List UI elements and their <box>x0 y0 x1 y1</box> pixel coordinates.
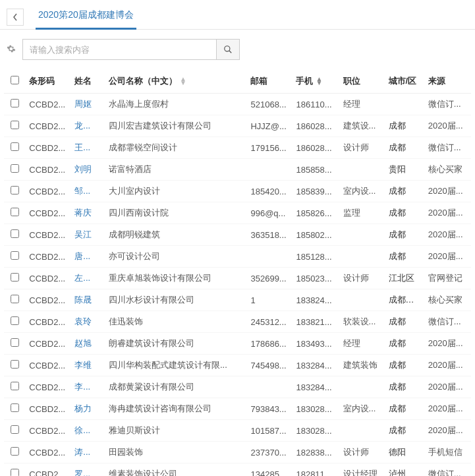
cell-source: 核心买家 <box>424 159 471 181</box>
cell-name-link[interactable]: 王... <box>70 137 105 159</box>
cell-name-link[interactable]: 李维 <box>70 355 105 376</box>
svg-point-0 <box>225 46 230 51</box>
row-checkbox[interactable] <box>11 186 19 194</box>
cell-name-link[interactable]: 赵旭 <box>70 333 105 355</box>
cell-name-link[interactable]: 徐... <box>70 420 105 442</box>
cell-source: 2020届... <box>424 224 471 246</box>
cell-position <box>339 159 385 181</box>
row-checkbox[interactable] <box>11 447 19 456</box>
cell-position: 室内设... <box>339 181 385 202</box>
cell-source: 微信订... <box>424 137 471 159</box>
table-row: CCBD2...赵旭朗睿建筑设计有限公司178686...183493...经理… <box>4 333 471 355</box>
cell-position: 监理 <box>339 202 385 224</box>
cell-name-link[interactable]: 刘明 <box>70 159 105 181</box>
row-checkbox[interactable] <box>11 469 19 476</box>
cell-source: 2020届... <box>424 376 471 398</box>
cell-mobile: 186028... <box>292 115 339 137</box>
cell-name-link[interactable]: 杨力 <box>70 398 105 420</box>
cell-position: 软装设... <box>339 311 385 333</box>
select-all-checkbox[interactable] <box>11 76 19 84</box>
cell-name-link[interactable]: 罗... <box>70 463 105 477</box>
row-checkbox[interactable] <box>11 99 19 107</box>
cell-barcode: CCBD2... <box>25 311 70 333</box>
cell-source: 2020届... <box>424 202 471 224</box>
cell-position: 经理 <box>339 94 385 115</box>
cell-city: 成都 <box>385 115 424 137</box>
col-company[interactable]: 公司名称（中文） ▲▼ <box>105 69 247 94</box>
cell-company: 田园装饰 <box>105 442 247 463</box>
cell-company: 雅迪贝斯设计 <box>105 420 247 442</box>
table-row: CCBD2...涛...田园装饰237370...182838...设计师德阳手… <box>4 442 471 463</box>
back-button[interactable] <box>7 9 24 26</box>
cell-barcode: CCBD2... <box>25 442 70 463</box>
row-checkbox[interactable] <box>11 273 19 282</box>
table-row: CCBD2...邹...大川室内设计185420...185839...室内设.… <box>4 181 471 202</box>
cell-email: 134285... <box>246 463 292 477</box>
row-checkbox[interactable] <box>11 251 19 260</box>
search-button[interactable] <box>216 39 240 60</box>
cell-name-link[interactable]: 唐... <box>70 246 105 268</box>
row-checkbox[interactable] <box>11 425 19 434</box>
cell-email: 352699... <box>246 268 292 289</box>
cell-name-link[interactable]: 李... <box>70 376 105 398</box>
cell-source: 2020届... <box>424 398 471 420</box>
row-checkbox[interactable] <box>11 360 19 369</box>
cell-name-link[interactable]: 袁玲 <box>70 311 105 333</box>
cell-city: 成都 <box>385 246 424 268</box>
cell-name-link[interactable]: 左... <box>70 268 105 289</box>
row-checkbox[interactable] <box>11 338 19 347</box>
table-row: CCBD2...龙...四川宏吉建筑设计有限公司HJJZ@...186028..… <box>4 115 471 137</box>
cell-barcode: CCBD2... <box>25 376 70 398</box>
row-checkbox[interactable] <box>11 164 19 173</box>
cell-source: 微信订... <box>424 311 471 333</box>
table-row: CCBD2...袁玲佳迅装饰245312...183821...软装设...成都… <box>4 311 471 333</box>
col-name[interactable]: 姓名 <box>70 69 105 94</box>
cell-company: 水晶海上度假村 <box>105 94 247 115</box>
col-email[interactable]: 邮箱 <box>246 69 292 94</box>
cell-source: 官网登记 <box>424 268 471 289</box>
cell-city: 贵阳 <box>385 159 424 181</box>
cell-mobile: 182811... <box>292 463 339 477</box>
tab-event[interactable]: 2020第20届成都建博会 <box>36 4 136 30</box>
row-checkbox[interactable] <box>11 208 19 216</box>
cell-name-link[interactable]: 周妪 <box>70 94 105 115</box>
col-position[interactable]: 职位 <box>339 69 385 94</box>
row-checkbox[interactable] <box>11 403 19 412</box>
cell-barcode: CCBD2... <box>25 246 70 268</box>
cell-position <box>339 420 385 442</box>
row-checkbox[interactable] <box>11 316 19 325</box>
cell-name-link[interactable]: 陈晟 <box>70 289 105 311</box>
col-barcode[interactable]: 条形码 <box>25 69 70 94</box>
cell-name-link[interactable]: 龙... <box>70 115 105 137</box>
cell-city: 成都 <box>385 420 424 442</box>
col-source[interactable]: 来源 <box>424 69 471 94</box>
table-row: CCBD2...陈晟四川水杉设计有限公司1183824...成都郫县核心买家 <box>4 289 471 311</box>
col-city[interactable]: 城市/区 <box>385 69 424 94</box>
cell-mobile: 185839... <box>292 181 339 202</box>
cell-name-link[interactable]: 蒋庆 <box>70 202 105 224</box>
table-row: CCBD2...李维四川华构装配式建筑设计有限...745498...18328… <box>4 355 471 376</box>
cell-source: 2020届... <box>424 420 471 442</box>
col-mobile[interactable]: 手机 ▲▼ <box>292 69 339 94</box>
row-checkbox[interactable] <box>11 295 19 303</box>
row-checkbox[interactable] <box>11 121 19 129</box>
cell-name-link[interactable]: 邹... <box>70 181 105 202</box>
cell-mobile: 185023... <box>292 268 339 289</box>
cell-email: 996@q... <box>246 202 292 224</box>
svg-line-1 <box>229 51 232 53</box>
row-checkbox[interactable] <box>11 142 19 151</box>
cell-mobile: 183028... <box>292 398 339 420</box>
cell-position <box>339 376 385 398</box>
cell-mobile: 183824... <box>292 289 339 311</box>
cell-name-link[interactable]: 涛... <box>70 442 105 463</box>
cell-email <box>246 159 292 181</box>
cell-email: 178686... <box>246 333 292 355</box>
cell-mobile: 182838... <box>292 442 339 463</box>
search-input[interactable] <box>22 39 216 60</box>
gear-icon[interactable] <box>7 44 16 55</box>
cell-name-link[interactable]: 吴江 <box>70 224 105 246</box>
row-checkbox[interactable] <box>11 382 19 390</box>
table-row: CCBD2...王...成都霏锐空间设计179156...186028...设计… <box>4 137 471 159</box>
cell-city: 成都 <box>385 333 424 355</box>
row-checkbox[interactable] <box>11 229 19 238</box>
